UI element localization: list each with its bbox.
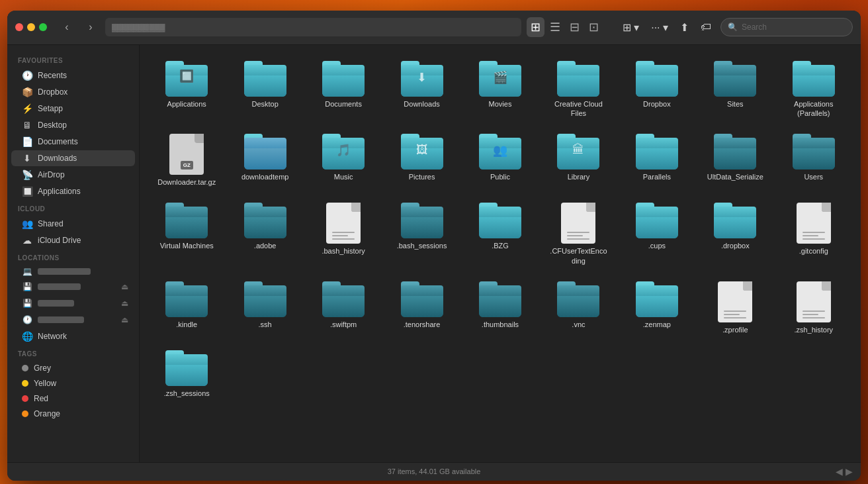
sidebar-item-documents[interactable]: 📄 Documents — [11, 134, 135, 150]
column-view-button[interactable]: ⊟ — [566, 17, 584, 37]
loc4-eject-icon[interactable]: ⏏ — [120, 314, 130, 326]
sidebar-item-downloads-label: Downloads — [38, 154, 77, 163]
sidebar-item-downloads[interactable]: ⬇ Downloads — [11, 150, 135, 166]
gallery-view-button[interactable]: ⊡ — [585, 17, 603, 37]
minimize-button[interactable] — [27, 23, 35, 31]
fullscreen-button[interactable] — [39, 23, 47, 31]
file-item-gitconfig[interactable]: .gitconfig — [777, 197, 850, 271]
finder-window: ‹ › ▓▓▓▓▓▓▓▓▓▓ ⊞ ☰ ⊟ ⊡ ⊞ ▾ ··· ▾ ⬆ 🏷 🔍 S… — [7, 11, 861, 481]
file-item-public[interactable]: 👥 Public — [464, 128, 537, 192]
sidebar-item-desktop-label: Desktop — [38, 121, 67, 130]
list-view-button[interactable]: ☰ — [546, 17, 564, 37]
sidebar-item-airdrop[interactable]: 📡 AirDrop — [11, 167, 135, 183]
forward-button[interactable]: › — [81, 18, 100, 36]
sidebar-item-icloud-drive[interactable]: ☁ iCloud Drive — [11, 232, 135, 248]
file-item-ssh[interactable]: .ssh — [228, 276, 301, 340]
documents-icon: 📄 — [22, 136, 32, 147]
more-options-button[interactable]: ··· ▾ — [647, 19, 672, 36]
sidebar: Favourites 🕐 Recents 📦 Dropbox ⚡ Setapp … — [7, 45, 140, 462]
file-item-music[interactable]: 🎵 Music — [307, 128, 380, 192]
sidebar-item-desktop[interactable]: 🖥 Desktop — [11, 117, 135, 133]
file-item-sites[interactable]: Sites — [699, 56, 771, 124]
path-bar: ▓▓▓▓▓▓▓▓▓▓ — [105, 18, 521, 36]
file-name-public: Public — [490, 172, 510, 181]
file-item-dropbox-folder[interactable]: Dropbox — [621, 56, 693, 124]
back-button[interactable]: ‹ — [58, 18, 76, 36]
file-item-dropbox-hidden[interactable]: .dropbox — [699, 197, 771, 271]
file-item-bzg[interactable]: .BZG — [464, 197, 537, 271]
file-item-users[interactable]: Users — [777, 128, 850, 192]
sidebar-item-tag-yellow[interactable]: Yellow — [11, 376, 135, 391]
file-item-zsh-history[interactable]: .zsh_history — [777, 276, 850, 340]
sidebar-item-applications[interactable]: 🔲 Applications — [11, 183, 135, 199]
sidebar-item-setapp[interactable]: ⚡ Setapp — [11, 101, 135, 117]
file-item-applications-parallels[interactable]: Applications (Parallels) — [777, 56, 850, 124]
file-name-applications: Applications — [167, 99, 206, 109]
search-box[interactable]: 🔍 Search — [720, 18, 853, 36]
sidebar-item-recents[interactable]: 🕐 Recents — [11, 68, 135, 83]
sidebar-item-dropbox[interactable]: 📦 Dropbox — [11, 84, 135, 100]
sidebar-item-tag-red[interactable]: Red — [11, 391, 135, 406]
loc4-label — [38, 316, 84, 323]
file-item-desktop[interactable]: Desktop — [228, 56, 301, 124]
loc1-icon: 💻 — [22, 267, 32, 276]
close-button[interactable] — [15, 23, 23, 31]
file-item-swiftpm[interactable]: .swiftpm — [307, 276, 380, 340]
search-placeholder: Search — [742, 23, 767, 32]
path-text: ▓▓▓▓▓▓▓▓▓▓ — [112, 23, 165, 31]
file-item-zenmap[interactable]: .zenmap — [621, 276, 693, 340]
sidebar-item-loc1[interactable]: 💻 — [11, 265, 135, 278]
file-name-bzg: .BZG — [492, 241, 509, 250]
file-name-swiftpm: .swiftpm — [330, 320, 357, 329]
file-item-downloadtemp[interactable]: downloadtemp — [228, 128, 301, 192]
file-item-vnc[interactable]: .vnc — [542, 276, 615, 340]
search-icon: 🔍 — [728, 23, 738, 32]
file-item-adobe[interactable]: .adobe — [228, 197, 301, 271]
file-name-cups: .cups — [648, 241, 666, 250]
network-icon: 🌐 — [22, 331, 32, 342]
file-item-downloader-gz[interactable]: GZ Downloader.tar.gz — [150, 128, 223, 192]
file-item-virtual-machines[interactable]: Virtual Machines — [150, 197, 223, 271]
file-grid: 🔲 Applications Desktop Documents ⬇ Downl… — [150, 56, 850, 417]
sidebar-item-loc3[interactable]: 💾 ⏏ — [11, 295, 135, 311]
sidebar-item-documents-label: Documents — [38, 137, 78, 146]
file-name-sites: Sites — [727, 99, 743, 109]
file-item-tenorshare[interactable]: .tenorshare — [385, 276, 458, 340]
tag-button[interactable]: 🏷 — [697, 19, 715, 36]
sidebar-item-shared[interactable]: 👥 Shared — [11, 216, 135, 232]
file-item-ultdata[interactable]: UltData_Serialize — [699, 128, 771, 192]
yellow-tag-dot — [22, 380, 28, 387]
file-item-cfuser[interactable]: .CFUserTextEncoding — [542, 197, 615, 271]
file-item-cups[interactable]: .cups — [621, 197, 693, 271]
file-name-bash-history: .bash_history — [322, 246, 365, 256]
file-item-movies[interactable]: 🎬 Movies — [464, 56, 537, 124]
grid-options-button[interactable]: ⊞ ▾ — [619, 19, 643, 36]
loc2-eject-icon[interactable]: ⏏ — [120, 281, 130, 293]
sidebar-item-loc4[interactable]: 🕐 ⏏ — [11, 312, 135, 328]
file-item-bash-sessions[interactable]: .bash_sessions — [385, 197, 458, 271]
sidebar-item-loc2[interactable]: 💾 ⏏ — [11, 279, 135, 295]
file-item-thumbnails[interactable]: .thumbnails — [464, 276, 537, 340]
file-item-parallels[interactable]: Parallels — [621, 128, 693, 192]
file-name-cfuser: .CFUserTextEncoding — [548, 246, 608, 266]
file-item-pictures[interactable]: 🖼 Pictures — [385, 128, 458, 192]
file-item-documents[interactable]: Documents — [307, 56, 380, 124]
file-item-zprofile[interactable]: .zprofile — [699, 276, 771, 340]
file-item-kindle[interactable]: .kindle — [150, 276, 223, 340]
file-item-library[interactable]: 🏛 Library — [542, 128, 615, 192]
file-name-downloadtemp: downloadtemp — [241, 172, 289, 181]
file-item-bash-history[interactable]: .bash_history — [307, 197, 380, 271]
file-item-creative-cloud[interactable]: Creative Cloud Files — [542, 56, 615, 124]
file-item-applications[interactable]: 🔲 Applications — [150, 56, 223, 124]
file-name-zsh-history: .zsh_history — [794, 325, 833, 334]
sidebar-item-tag-grey[interactable]: Grey — [11, 361, 135, 375]
sidebar-item-tag-orange[interactable]: Orange — [11, 407, 135, 421]
file-item-downloads[interactable]: ⬇ Downloads — [385, 56, 458, 124]
sidebar-item-network[interactable]: 🌐 Network — [11, 328, 135, 344]
loc4-icon: 🕐 — [22, 315, 32, 324]
file-item-zsh-sessions[interactable]: .zsh_sessions — [150, 345, 223, 403]
share-button[interactable]: ⬆ — [676, 19, 693, 36]
file-name-zenmap: .zenmap — [643, 320, 671, 329]
loc3-eject-icon[interactable]: ⏏ — [120, 297, 130, 309]
icon-view-button[interactable]: ⊞ — [527, 17, 544, 37]
